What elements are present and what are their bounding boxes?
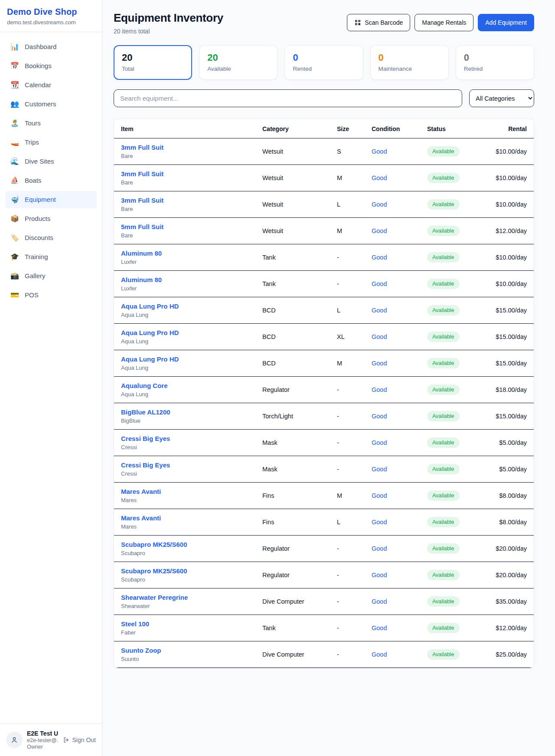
- sign-out-button[interactable]: Sign Out: [63, 736, 96, 743]
- condition-link[interactable]: Good: [372, 360, 387, 367]
- condition-link[interactable]: Good: [372, 227, 387, 234]
- stat-value: 0: [464, 52, 526, 63]
- condition-cell: Good: [365, 588, 420, 615]
- item-name-link[interactable]: 3mm Full Suit: [121, 144, 248, 151]
- pos-icon: 💳: [10, 290, 19, 300]
- scan-barcode-button[interactable]: Scan Barcode: [347, 14, 410, 31]
- condition-link[interactable]: Good: [372, 201, 387, 208]
- add-equipment-button[interactable]: Add Equipment: [478, 14, 534, 31]
- size-cell: -: [330, 536, 365, 562]
- rental-cell: $18.00/day: [482, 377, 534, 403]
- sidebar-item-bookings[interactable]: 📅Bookings: [5, 57, 97, 75]
- sidebar-item-trips[interactable]: 🚤Trips: [5, 134, 97, 151]
- item-name-link[interactable]: 3mm Full Suit: [121, 197, 248, 204]
- sidebar-item-pos[interactable]: 💳POS: [5, 286, 97, 304]
- item-name-link[interactable]: Aqua Lung Pro HD: [121, 355, 248, 363]
- rental-cell: $15.00/day: [482, 297, 534, 324]
- condition-link[interactable]: Good: [372, 492, 387, 499]
- status-badge: Available: [427, 226, 460, 236]
- condition-link[interactable]: Good: [372, 307, 387, 314]
- sidebar-item-boats[interactable]: ⛵Boats: [5, 172, 97, 189]
- sidebar-item-tours[interactable]: 🏝️Tours: [5, 115, 97, 132]
- stat-card-rented[interactable]: 0Rented: [284, 45, 363, 80]
- category-cell: Fins: [255, 509, 330, 536]
- sidebar-item-dashboard[interactable]: 📊Dashboard: [5, 38, 97, 56]
- condition-link[interactable]: Good: [372, 174, 387, 181]
- condition-link[interactable]: Good: [372, 386, 387, 393]
- condition-link[interactable]: Good: [372, 519, 387, 526]
- item-name-link[interactable]: 5mm Full Suit: [121, 223, 248, 230]
- item-cell: Cressi Big EyesCressi: [114, 430, 255, 456]
- condition-link[interactable]: Good: [372, 333, 387, 340]
- stat-cards-row: 20Total20Available0Rented0Maintenance0Re…: [114, 45, 534, 80]
- stat-card-total[interactable]: 20Total: [114, 45, 192, 80]
- category-select[interactable]: All Categories: [469, 89, 534, 107]
- item-name-link[interactable]: Cressi Big Eyes: [121, 435, 248, 442]
- condition-link[interactable]: Good: [372, 651, 387, 658]
- item-brand: Faber: [121, 629, 248, 636]
- rental-cell: $12.00/day: [482, 615, 534, 641]
- item-name-link[interactable]: Aqua Lung Pro HD: [121, 329, 248, 336]
- category-cell: Tank: [255, 271, 330, 297]
- stat-card-maintenance[interactable]: 0Maintenance: [370, 45, 449, 80]
- stat-card-available[interactable]: 20Available: [199, 45, 278, 80]
- item-name-link[interactable]: Scubapro MK25/S600: [121, 567, 248, 575]
- sidebar-item-calendar[interactable]: 📆Calendar: [5, 76, 97, 94]
- calendar-icon: 📆: [10, 80, 19, 90]
- stat-value: 0: [379, 52, 441, 63]
- stat-card-retired[interactable]: 0Retired: [456, 45, 534, 80]
- condition-link[interactable]: Good: [372, 572, 387, 579]
- item-name-link[interactable]: Mares Avanti: [121, 488, 248, 495]
- status-badge: Available: [427, 649, 460, 660]
- condition-link[interactable]: Good: [372, 466, 387, 473]
- size-cell: -: [330, 456, 365, 483]
- search-input[interactable]: [114, 89, 462, 107]
- item-name-link[interactable]: Aqua Lung Pro HD: [121, 302, 248, 310]
- condition-link[interactable]: Good: [372, 254, 387, 261]
- item-name-link[interactable]: Scubapro MK25/S600: [121, 541, 248, 548]
- condition-link[interactable]: Good: [372, 625, 387, 631]
- size-cell: M: [330, 165, 365, 191]
- condition-link[interactable]: Good: [372, 545, 387, 552]
- sidebar-item-discounts[interactable]: 🏷️Discounts: [5, 229, 97, 247]
- item-brand: Aqua Lung: [121, 338, 248, 345]
- condition-link[interactable]: Good: [372, 413, 387, 420]
- sidebar-item-training[interactable]: 🎓Training: [5, 248, 97, 266]
- item-name-link[interactable]: 3mm Full Suit: [121, 170, 248, 177]
- status-badge: Available: [427, 332, 460, 342]
- dive-sites-icon: 🌊: [10, 157, 19, 166]
- status-cell: Available: [420, 588, 482, 615]
- item-name-link[interactable]: Aluminum 80: [121, 250, 248, 257]
- condition-link[interactable]: Good: [372, 280, 387, 287]
- sidebar-item-customers[interactable]: 👥Customers: [5, 95, 97, 113]
- item-name-link[interactable]: Cressi Big Eyes: [121, 461, 248, 469]
- sidebar-item-equipment[interactable]: 🤿Equipment: [5, 191, 97, 208]
- category-cell: Regulator: [255, 377, 330, 403]
- item-name-link[interactable]: Suunto Zoop: [121, 647, 248, 654]
- page-header: Equipment Inventory 20 items total Scan …: [114, 11, 534, 35]
- item-brand: Bare: [121, 232, 248, 239]
- condition-link[interactable]: Good: [372, 598, 387, 605]
- item-name-link[interactable]: Shearwater Peregrine: [121, 594, 248, 601]
- boats-icon: ⛵: [10, 176, 19, 185]
- table-row: Shearwater PeregrineShearwaterDive Compu…: [114, 588, 534, 615]
- item-name-link[interactable]: BigBlue AL1200: [121, 408, 248, 416]
- item-name-link[interactable]: Mares Avanti: [121, 514, 248, 522]
- status-cell: Available: [420, 403, 482, 430]
- item-name-link[interactable]: Aluminum 80: [121, 276, 248, 283]
- user-email: e2e-tester@...: [27, 737, 59, 743]
- sidebar-item-gallery[interactable]: 📸Gallery: [5, 267, 97, 285]
- brand-name[interactable]: Demo Dive Shop: [7, 7, 95, 17]
- status-badge: Available: [427, 146, 460, 157]
- sidebar-item-products[interactable]: 📦Products: [5, 210, 97, 227]
- item-name-link[interactable]: Aqualung Core: [121, 382, 248, 389]
- size-cell: -: [330, 588, 365, 615]
- size-cell: S: [330, 138, 365, 165]
- sidebar-item-dive-sites[interactable]: 🌊Dive Sites: [5, 153, 97, 170]
- manage-rentals-button[interactable]: Manage Rentals: [415, 14, 473, 31]
- manage-rentals-label: Manage Rentals: [422, 19, 466, 26]
- status-cell: Available: [420, 191, 482, 218]
- condition-link[interactable]: Good: [372, 148, 387, 155]
- item-name-link[interactable]: Steel 100: [121, 620, 248, 628]
- condition-link[interactable]: Good: [372, 439, 387, 446]
